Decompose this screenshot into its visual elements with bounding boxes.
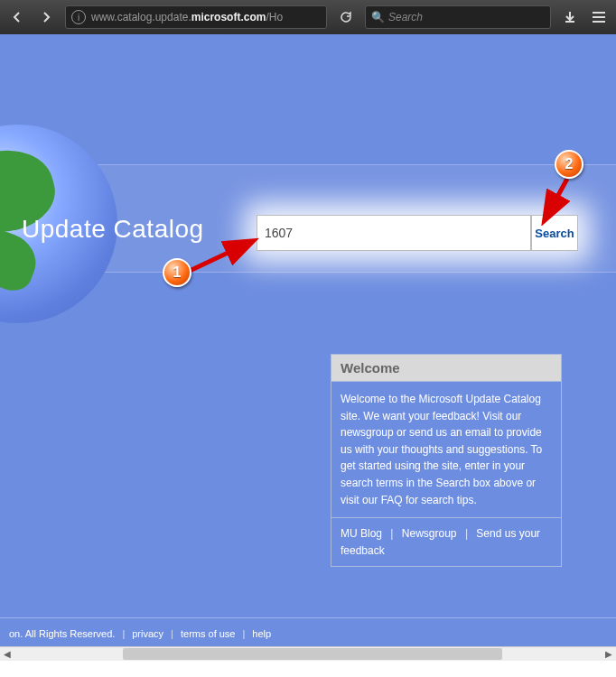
mu-blog-link[interactable]: MU Blog — [341, 527, 382, 540]
newsgroup-link[interactable]: Newsgroup — [402, 527, 457, 540]
url-bar[interactable]: i www.catalog.update.microsoft.com/Ho — [65, 5, 327, 29]
help-link[interactable]: help — [252, 628, 271, 639]
welcome-heading: Welcome — [331, 355, 561, 382]
copyright-text: on. All Rights Reserved. — [9, 628, 115, 639]
browser-toolbar: i www.catalog.update.microsoft.com/Ho 🔍 … — [0, 0, 616, 34]
welcome-text: Welcome to the Microsoft Update Catalog … — [331, 382, 561, 518]
back-button[interactable] — [4, 5, 31, 30]
info-icon: i — [71, 10, 86, 24]
annotation-badge-2: 2 — [555, 150, 583, 179]
scroll-thumb[interactable] — [123, 648, 502, 660]
browser-search-input[interactable]: 🔍 Search — [365, 5, 551, 29]
scroll-right-button[interactable]: ▶ — [602, 647, 616, 661]
menu-button[interactable] — [585, 5, 612, 30]
welcome-panel: Welcome Welcome to the Microsoft Update … — [331, 354, 562, 567]
reload-button[interactable] — [332, 5, 359, 30]
scroll-track[interactable] — [14, 647, 602, 661]
annotation-arrow-1 — [186, 236, 260, 274]
footer: on. All Rights Reserved. | privacy | ter… — [0, 617, 616, 648]
horizontal-scrollbar[interactable]: ◀ ▶ — [0, 646, 616, 661]
catalog-search: Search — [257, 215, 578, 251]
annotation-arrow-2 — [538, 175, 574, 226]
welcome-links: MU Blog | Newsgroup | Send us your feedb… — [331, 518, 561, 566]
forward-button[interactable] — [33, 5, 60, 30]
page-title: Update Catalog — [22, 215, 204, 244]
search-icon: 🔍 — [371, 11, 385, 23]
scroll-left-button[interactable]: ◀ — [0, 647, 14, 661]
catalog-search-input[interactable] — [257, 215, 531, 251]
privacy-link[interactable]: privacy — [132, 628, 163, 639]
terms-link[interactable]: terms of use — [181, 628, 236, 639]
downloads-button[interactable] — [556, 5, 583, 30]
page-content: Update Catalog Search Welcome Welcome to… — [0, 34, 616, 661]
annotation-badge-1: 1 — [163, 258, 191, 287]
